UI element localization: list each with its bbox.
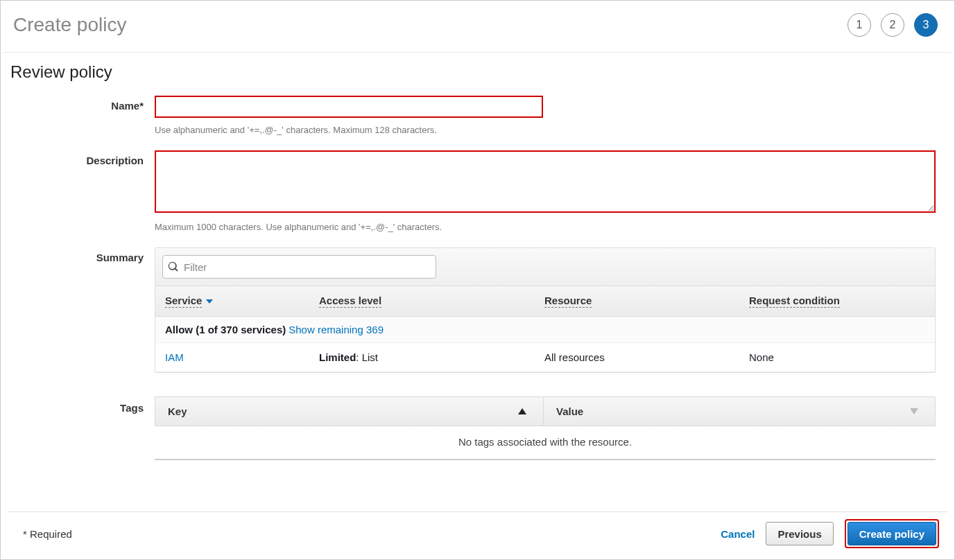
tags-box: Key Value No tags associated with the re… [155,396,936,460]
section-title: Review policy [10,62,947,82]
step-3[interactable]: 3 [914,13,938,37]
required-note: * Required [23,528,72,540]
no-tags-text: No tags associated with the resource. [155,426,936,460]
col-condition-header[interactable]: Request condition [739,286,935,316]
step-1[interactable]: 1 [848,13,871,37]
col-resource-header[interactable]: Resource [535,286,739,316]
name-input[interactable] [155,96,543,118]
allow-summary-row: Allow (1 of 370 services) Show remaining… [155,317,935,343]
sort-desc-icon [910,408,918,414]
name-label: Name* [10,96,155,135]
show-remaining-link[interactable]: Show remaining 369 [289,324,384,335]
description-hint: Maximum 1000 characters. Use alphanumeri… [155,222,947,232]
page-title: Create policy [13,14,126,36]
name-hint: Use alphanumeric and '+=,.@-_' character… [155,125,947,135]
tags-label: Tags [10,394,155,460]
col-service-header[interactable]: Service [155,286,309,316]
create-policy-button[interactable]: Create policy [848,522,936,545]
caret-down-icon [206,299,213,304]
tags-col-value[interactable]: Value [544,397,935,426]
wizard-steps: 1 2 3 [848,13,938,37]
resource-cell: All resources [535,343,739,371]
allow-count-text: Allow (1 of 370 services) [165,324,286,335]
summary-label: Summary [10,247,155,373]
search-icon [168,261,179,272]
step-2[interactable]: 2 [881,13,904,37]
access-level-cell: Limited: List [309,343,535,371]
condition-cell: None [739,343,935,371]
col-access-header[interactable]: Access level [309,286,535,316]
cancel-button[interactable]: Cancel [721,528,755,540]
previous-button[interactable]: Previous [766,522,833,545]
col-service-label: Service [165,295,202,308]
sort-asc-icon [518,408,526,414]
summary-filter-input[interactable] [162,255,436,279]
footer-bar: * Required Cancel Previous Create policy [8,511,947,555]
service-row: IAM Limited: List All resources None [155,343,935,372]
tags-col-key[interactable]: Key [155,397,544,426]
service-link-iam[interactable]: IAM [165,351,184,363]
summary-box: Service Access level Resource Request co… [155,247,936,373]
description-textarea[interactable] [155,150,936,213]
description-label: Description [10,150,155,232]
